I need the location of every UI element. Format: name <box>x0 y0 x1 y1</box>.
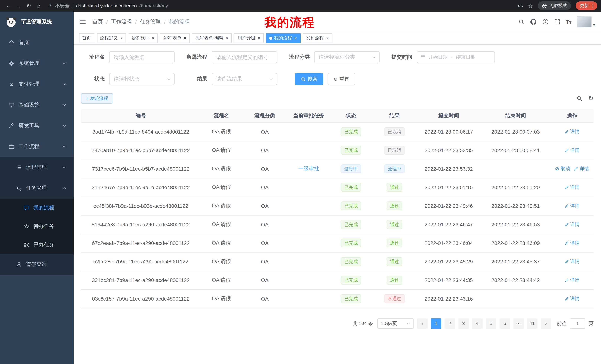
sidebar-item-workflow[interactable]: 工作流程 <box>0 136 74 157</box>
tab-process-form-edit[interactable]: 流程表单-编辑× <box>192 33 232 43</box>
prev-page-button[interactable]: ‹ <box>417 318 428 329</box>
user-menu[interactable]: ▾ <box>577 16 595 27</box>
breadcrumb-item[interactable]: 工作流程 <box>111 18 132 25</box>
sidebar-item-task-mgmt[interactable]: 任务管理 <box>0 178 74 199</box>
browser-home-icon[interactable]: ⌂ <box>34 1 44 11</box>
detail-link[interactable]: 详情 <box>564 128 580 135</box>
refresh-table-icon[interactable]: ↻ <box>588 95 594 102</box>
page-button-1[interactable]: 1 <box>431 318 441 329</box>
browser-menu-icon[interactable]: ⋮ <box>591 3 595 9</box>
sidebar-item-leave-query[interactable]: 请假查询 <box>0 254 74 275</box>
table-row[interactable]: 7470a810-7b9b-11ec-b5b7-acde48001122 OA … <box>81 141 594 160</box>
page-button-11[interactable]: 11 <box>527 318 538 329</box>
cell-actions: 详情 <box>551 234 594 252</box>
current-task-link[interactable]: 一级审批 <box>298 165 319 172</box>
bookmark-star-icon[interactable]: ☆ <box>528 2 533 9</box>
browser-back-icon[interactable]: ← <box>4 1 14 11</box>
table-row[interactable]: 2152467e-7b9b-11ec-9a1b-acde48001122 OA … <box>81 178 594 197</box>
category-select[interactable]: 请选择流程分类 <box>314 51 380 63</box>
cell-process-id: 52ffd28e-7b9a-11ec-a290-acde48001122 <box>81 252 200 271</box>
process-definition-input[interactable] <box>212 51 277 63</box>
tab-my-process[interactable]: 我的流程× <box>266 33 300 43</box>
address-bar[interactable]: ⚠ 不安全 | dashboard.yudao.iocoder.cn/bpm/t… <box>48 2 513 9</box>
page-button-3[interactable]: 3 <box>458 318 469 329</box>
close-icon[interactable]: × <box>183 36 186 40</box>
detail-link[interactable]: 详情 <box>564 203 580 209</box>
table-row[interactable]: 819442e8-7b9a-11ec-a290-acde48001122 OA … <box>81 215 594 234</box>
detail-link[interactable]: 详情 <box>564 147 580 153</box>
tab-process-form[interactable]: 流程表单× <box>160 33 190 43</box>
table-row[interactable]: 03c6c157-7b9a-11ec-a290-acde48001122 OA … <box>81 289 594 308</box>
sidebar-item-process-mgmt[interactable]: 流程管理 <box>0 157 74 178</box>
detail-link[interactable]: 详情 <box>564 240 580 246</box>
hamburger-icon[interactable] <box>80 18 86 25</box>
breadcrumb-item[interactable]: 首页 <box>92 18 103 25</box>
page-size-select[interactable]: 10条/页 <box>377 318 414 329</box>
close-icon[interactable]: × <box>294 36 297 40</box>
page-button-6[interactable]: 6 <box>500 318 510 329</box>
goto-page-input[interactable] <box>570 318 585 329</box>
browser-forward-icon[interactable]: → <box>14 1 24 11</box>
reset-button[interactable]: ↻ 重置 <box>328 73 355 85</box>
table-row[interactable]: ec45f38f-7b9a-11ec-b03b-acde48001122 OA … <box>81 197 594 215</box>
page-button-2[interactable]: 2 <box>445 318 455 329</box>
security-warning-label[interactable]: 不安全 <box>55 2 70 9</box>
table-row[interactable]: 331bc281-7b9a-11ec-a290-acde48001122 OA … <box>81 271 594 289</box>
more-pages-button[interactable]: ⋯ <box>513 318 524 329</box>
detail-link[interactable]: 详情 <box>564 258 580 265</box>
sidebar-item-infra[interactable]: 基础设施 <box>0 95 74 115</box>
help-icon[interactable]: ? <box>542 19 549 25</box>
detail-link[interactable]: 详情 <box>564 277 580 284</box>
start-process-button[interactable]: + 发起流程 <box>81 93 113 104</box>
tab-process-definition[interactable]: 流程定义× <box>97 33 126 43</box>
detail-link[interactable]: 详情 <box>564 184 580 191</box>
detail-link[interactable]: 详情 <box>564 221 580 228</box>
table-row[interactable]: 7317cec6-7b9b-11ec-b5b7-acde48001122 OA … <box>81 160 594 178</box>
toggle-search-icon[interactable] <box>576 95 582 101</box>
page-button-5[interactable]: 5 <box>486 318 496 329</box>
table-row[interactable]: 67c2eaab-7b9a-11ec-a290-acde48001122 OA … <box>81 234 594 252</box>
result-select[interactable]: 请选流结果 <box>212 73 277 85</box>
user-avatar[interactable] <box>577 16 592 27</box>
tab-start-process[interactable]: 发起流程× <box>302 33 332 43</box>
sidebar-item-home[interactable]: 首页 <box>0 32 74 53</box>
sidebar-item-todo-tasks[interactable]: 待办任务 <box>0 217 74 236</box>
tab-process-model[interactable]: 流程模型× <box>128 33 158 43</box>
search-button[interactable]: 搜索 <box>295 73 323 85</box>
date-range-picker[interactable]: 开始日期 - 结束日期 <box>417 51 495 63</box>
table-row[interactable]: 52ffd28e-7b9a-11ec-a290-acde48001122 OA … <box>81 252 594 271</box>
cell-status: 已完成 <box>330 234 372 252</box>
github-icon[interactable] <box>530 18 537 25</box>
cancel-link[interactable]: 取消 <box>555 165 570 172</box>
search-icon[interactable] <box>519 19 524 25</box>
sidebar-item-system[interactable]: 系统管理 <box>0 53 74 74</box>
sidebar-item-payment[interactable]: ¥ 支付管理 <box>0 74 74 95</box>
tab-label: 流程表单-编辑 <box>195 35 224 41</box>
breadcrumb-current: 我的流程 <box>169 18 190 25</box>
update-button[interactable]: 更新 ⋮ <box>576 1 597 10</box>
close-icon[interactable]: × <box>226 36 229 40</box>
fullscreen-icon[interactable] <box>554 19 560 25</box>
tab-user-group[interactable]: 用户分组× <box>234 33 264 43</box>
status-select[interactable]: 请选择状态 <box>109 73 175 85</box>
font-size-icon[interactable]: TT <box>566 19 571 25</box>
table-row[interactable]: 3ad174fb-7b9d-11ec-8404-acde48001122 OA … <box>81 123 594 141</box>
browser-reload-icon[interactable]: ↻ <box>24 1 34 11</box>
detail-link[interactable]: 详情 <box>574 165 589 172</box>
process-name-input[interactable] <box>109 51 175 63</box>
tab-home[interactable]: 首页 <box>79 33 94 43</box>
column-header-current-task: 当前审批任务 <box>288 109 330 123</box>
sidebar-item-done-tasks[interactable]: 已办任务 <box>0 236 74 254</box>
sidebar-item-my-process[interactable]: 我的流程 <box>0 199 74 217</box>
close-icon[interactable]: × <box>120 36 123 40</box>
close-icon[interactable]: × <box>326 36 329 40</box>
password-key-icon[interactable] <box>517 3 523 9</box>
sidebar-item-devtools[interactable]: 研发工具 <box>0 115 74 136</box>
close-icon[interactable]: × <box>258 36 260 40</box>
detail-link[interactable]: 详情 <box>564 295 580 302</box>
next-page-button[interactable]: › <box>541 318 551 329</box>
close-icon[interactable]: × <box>152 36 155 40</box>
sidebar-logo[interactable]: 芋道管理系统 <box>0 11 74 32</box>
page-button-4[interactable]: 4 <box>472 318 482 329</box>
breadcrumb-item[interactable]: 任务管理 <box>140 18 161 25</box>
